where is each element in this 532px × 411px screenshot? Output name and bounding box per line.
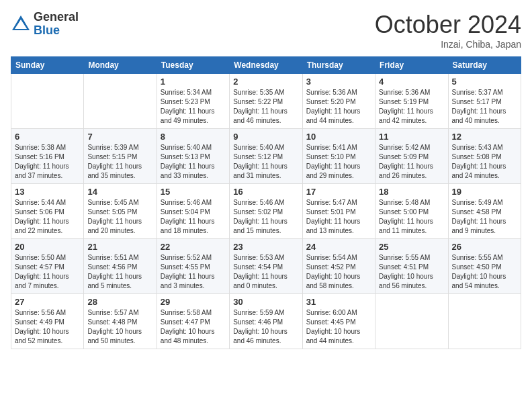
weekday-header-tuesday: Tuesday [157,57,229,74]
day-number: 10 [306,132,371,142]
weekday-header-saturday: Saturday [448,57,521,74]
weekday-header-sunday: Sunday [11,57,84,74]
day-number: 6 [15,132,80,142]
day-number: 21 [87,242,152,252]
calendar-day-2: 2Sunrise: 5:35 AM Sunset: 5:22 PM Daylig… [230,74,302,129]
day-number: 8 [161,132,226,142]
day-number: 18 [379,187,444,197]
day-info: Sunrise: 5:55 AM Sunset: 4:51 PM Dayligh… [379,253,444,291]
calendar-day-30: 30Sunrise: 5:59 AM Sunset: 4:46 PM Dayli… [230,294,302,349]
day-info: Sunrise: 5:47 AM Sunset: 5:01 PM Dayligh… [306,198,371,236]
day-number: 3 [306,77,371,87]
day-number: 19 [452,187,517,197]
calendar-empty-cell [84,74,157,129]
day-info: Sunrise: 5:50 AM Sunset: 4:57 PM Dayligh… [15,253,80,291]
day-number: 2 [233,77,298,87]
day-number: 27 [15,297,80,307]
day-info: Sunrise: 5:45 AM Sunset: 5:05 PM Dayligh… [87,198,152,236]
day-number: 7 [87,132,152,142]
day-number: 28 [87,297,152,307]
day-number: 30 [233,297,298,307]
day-info: Sunrise: 5:36 AM Sunset: 5:19 PM Dayligh… [379,88,444,126]
weekday-header-monday: Monday [84,57,157,74]
logo-text: General Blue [34,11,79,38]
day-info: Sunrise: 5:53 AM Sunset: 4:54 PM Dayligh… [233,253,298,291]
calendar-day-27: 27Sunrise: 5:56 AM Sunset: 4:49 PM Dayli… [11,294,84,349]
day-number: 4 [379,77,444,87]
calendar-day-15: 15Sunrise: 5:46 AM Sunset: 5:04 PM Dayli… [157,184,229,239]
day-number: 29 [161,297,226,307]
day-info: Sunrise: 5:38 AM Sunset: 5:16 PM Dayligh… [15,143,80,181]
day-info: Sunrise: 5:37 AM Sunset: 5:17 PM Dayligh… [452,88,517,126]
calendar-empty-cell [375,294,448,349]
calendar-week-row: 1Sunrise: 5:34 AM Sunset: 5:23 PM Daylig… [11,74,521,129]
calendar-day-29: 29Sunrise: 5:58 AM Sunset: 4:47 PM Dayli… [157,294,229,349]
calendar-day-13: 13Sunrise: 5:44 AM Sunset: 5:06 PM Dayli… [11,184,84,239]
day-number: 15 [161,187,226,197]
calendar-day-1: 1Sunrise: 5:34 AM Sunset: 5:23 PM Daylig… [157,74,229,129]
day-info: Sunrise: 5:49 AM Sunset: 4:58 PM Dayligh… [452,198,517,236]
calendar-day-25: 25Sunrise: 5:55 AM Sunset: 4:51 PM Dayli… [375,239,448,294]
day-info: Sunrise: 5:35 AM Sunset: 5:22 PM Dayligh… [233,88,298,126]
calendar-day-10: 10Sunrise: 5:41 AM Sunset: 5:10 PM Dayli… [302,129,375,184]
day-info: Sunrise: 5:39 AM Sunset: 5:15 PM Dayligh… [87,143,152,181]
day-info: Sunrise: 5:41 AM Sunset: 5:10 PM Dayligh… [306,143,371,181]
calendar-day-24: 24Sunrise: 5:54 AM Sunset: 4:52 PM Dayli… [302,239,375,294]
day-number: 1 [161,77,226,87]
day-number: 9 [233,132,298,142]
calendar-week-row: 20Sunrise: 5:50 AM Sunset: 4:57 PM Dayli… [11,239,521,294]
day-number: 23 [233,242,298,252]
day-info: Sunrise: 5:59 AM Sunset: 4:46 PM Dayligh… [233,308,298,346]
day-info: Sunrise: 5:57 AM Sunset: 4:48 PM Dayligh… [87,308,152,346]
day-info: Sunrise: 5:48 AM Sunset: 5:00 PM Dayligh… [379,198,444,236]
weekday-header-friday: Friday [375,57,448,74]
calendar-day-22: 22Sunrise: 5:52 AM Sunset: 4:55 PM Dayli… [157,239,229,294]
calendar-day-3: 3Sunrise: 5:36 AM Sunset: 5:20 PM Daylig… [302,74,375,129]
day-number: 24 [306,242,371,252]
calendar-day-6: 6Sunrise: 5:38 AM Sunset: 5:16 PM Daylig… [11,129,84,184]
day-info: Sunrise: 5:54 AM Sunset: 4:52 PM Dayligh… [306,253,371,291]
calendar-day-21: 21Sunrise: 5:51 AM Sunset: 4:56 PM Dayli… [84,239,157,294]
calendar-empty-cell [448,294,521,349]
calendar-day-23: 23Sunrise: 5:53 AM Sunset: 4:54 PM Dayli… [230,239,302,294]
day-number: 11 [379,132,444,142]
day-info: Sunrise: 5:46 AM Sunset: 5:04 PM Dayligh… [161,198,226,236]
day-info: Sunrise: 6:00 AM Sunset: 4:45 PM Dayligh… [306,308,371,346]
calendar-table: SundayMondayTuesdayWednesdayThursdayFrid… [11,56,521,349]
calendar-week-row: 27Sunrise: 5:56 AM Sunset: 4:49 PM Dayli… [11,294,521,349]
day-info: Sunrise: 5:40 AM Sunset: 5:12 PM Dayligh… [233,143,298,181]
day-info: Sunrise: 5:56 AM Sunset: 4:49 PM Dayligh… [15,308,80,346]
calendar-day-16: 16Sunrise: 5:46 AM Sunset: 5:02 PM Dayli… [230,184,302,239]
calendar-day-17: 17Sunrise: 5:47 AM Sunset: 5:01 PM Dayli… [302,184,375,239]
calendar-day-4: 4Sunrise: 5:36 AM Sunset: 5:19 PM Daylig… [375,74,448,129]
day-info: Sunrise: 5:55 AM Sunset: 4:50 PM Dayligh… [452,253,517,291]
day-number: 26 [452,242,517,252]
day-number: 13 [15,187,80,197]
calendar-day-9: 9Sunrise: 5:40 AM Sunset: 5:12 PM Daylig… [230,129,302,184]
calendar-day-28: 28Sunrise: 5:57 AM Sunset: 4:48 PM Dayli… [84,294,157,349]
day-info: Sunrise: 5:51 AM Sunset: 4:56 PM Dayligh… [87,253,152,291]
day-info: Sunrise: 5:52 AM Sunset: 4:55 PM Dayligh… [161,253,226,291]
calendar-week-row: 6Sunrise: 5:38 AM Sunset: 5:16 PM Daylig… [11,129,521,184]
day-number: 22 [161,242,226,252]
logo-icon [11,14,31,34]
day-number: 16 [233,187,298,197]
day-number: 5 [452,77,517,87]
calendar-week-row: 13Sunrise: 5:44 AM Sunset: 5:06 PM Dayli… [11,184,521,239]
calendar-day-20: 20Sunrise: 5:50 AM Sunset: 4:57 PM Dayli… [11,239,84,294]
calendar-day-8: 8Sunrise: 5:40 AM Sunset: 5:13 PM Daylig… [157,129,229,184]
header: General Blue October 2024 Inzai, Chiba, … [11,11,521,50]
calendar-day-12: 12Sunrise: 5:43 AM Sunset: 5:08 PM Dayli… [448,129,521,184]
calendar-day-18: 18Sunrise: 5:48 AM Sunset: 5:00 PM Dayli… [375,184,448,239]
calendar-day-19: 19Sunrise: 5:49 AM Sunset: 4:58 PM Dayli… [448,184,521,239]
day-info: Sunrise: 5:58 AM Sunset: 4:47 PM Dayligh… [161,308,226,346]
location: Inzai, Chiba, Japan [375,39,521,50]
day-info: Sunrise: 5:40 AM Sunset: 5:13 PM Dayligh… [161,143,226,181]
calendar-day-26: 26Sunrise: 5:55 AM Sunset: 4:50 PM Dayli… [448,239,521,294]
day-number: 25 [379,242,444,252]
weekday-header-thursday: Thursday [302,57,375,74]
day-number: 31 [306,297,371,307]
month-title: October 2024 [375,11,521,39]
day-info: Sunrise: 5:43 AM Sunset: 5:08 PM Dayligh… [452,143,517,181]
logo-blue-text: Blue [34,24,79,38]
